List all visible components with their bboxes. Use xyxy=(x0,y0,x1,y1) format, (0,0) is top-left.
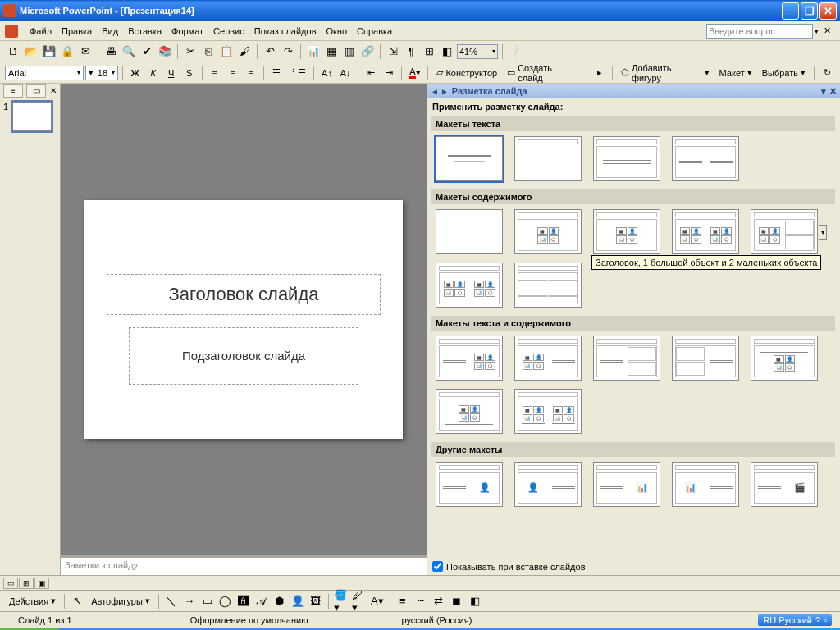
increase-indent-icon[interactable]: ⇥ xyxy=(381,65,397,81)
help-search[interactable] xyxy=(706,24,813,39)
slideshow-view-icon[interactable]: ▣ xyxy=(34,578,49,589)
menu-slideshow[interactable]: Показ слайдов xyxy=(249,25,322,38)
menu-tools[interactable]: Сервис xyxy=(208,25,249,38)
lang-restore-icon[interactable]: ▫ xyxy=(824,615,827,625)
layout-other-4[interactable]: 📊 xyxy=(672,462,739,507)
outline-tab[interactable]: ≡ xyxy=(3,84,23,98)
layout-gallery[interactable]: Макеты текста Макеты содержимого ▦👤📊⬠ ▦👤… xyxy=(427,115,840,558)
bold-button[interactable]: Ж xyxy=(127,65,144,81)
layout-other-2[interactable]: 👤 xyxy=(514,462,582,507)
close-tabs-icon[interactable]: ✕ xyxy=(50,86,57,95)
increase-font-icon[interactable]: A↑ xyxy=(318,65,336,81)
line-icon[interactable]: ＼ xyxy=(163,593,180,609)
subtitle-placeholder[interactable]: Подзаголовок слайда xyxy=(129,327,358,385)
select-button[interactable]: Выбрать ▾ xyxy=(758,65,810,81)
research-icon[interactable]: 📚 xyxy=(157,43,173,60)
slides-tab[interactable]: ▭ xyxy=(26,84,46,98)
spell-icon[interactable]: ✔ xyxy=(139,43,155,60)
layout-other-3[interactable]: 📊 xyxy=(593,462,660,507)
underline-button[interactable]: Ч xyxy=(163,65,180,81)
line-style-icon[interactable]: ≡ xyxy=(395,593,411,609)
layout-title-content[interactable]: ▦👤📊⬠ xyxy=(593,209,660,254)
layout-tc-3[interactable] xyxy=(593,336,660,381)
layout-tc-1[interactable]: ▦👤📊⬠ xyxy=(436,336,503,381)
layout-title-2col-text[interactable] xyxy=(672,136,739,181)
decrease-indent-icon[interactable]: ⇤ xyxy=(363,65,379,81)
more-buttons-icon[interactable]: ▸ xyxy=(591,65,608,81)
grid-icon[interactable]: ⊞ xyxy=(421,43,437,60)
clipart-icon[interactable]: 👤 xyxy=(290,593,306,609)
minimize-button[interactable]: _ xyxy=(782,2,799,20)
layout-title-slide[interactable] xyxy=(436,136,503,181)
layout-1big-2small[interactable]: ▦👤📊⬠▾ xyxy=(751,209,818,254)
menu-format[interactable]: Формат xyxy=(167,25,208,38)
color-grayscale-icon[interactable]: ◧ xyxy=(439,43,455,60)
menu-window[interactable]: Окно xyxy=(322,25,353,38)
picture-icon[interactable]: 🖼 xyxy=(308,593,324,609)
align-left-icon[interactable]: ≡ xyxy=(207,65,223,81)
textbox-icon[interactable]: 🅰 xyxy=(235,593,252,609)
shadow-button[interactable]: S xyxy=(181,65,198,81)
pane-dropdown-icon[interactable]: ▾ xyxy=(821,86,826,97)
layout-content[interactable]: ▦👤📊⬠ xyxy=(514,209,582,254)
layout-title-text[interactable] xyxy=(593,136,660,181)
sorter-view-icon[interactable]: ⊞ xyxy=(19,578,34,589)
expand-icon[interactable]: ⇲ xyxy=(385,43,401,60)
title-placeholder[interactable]: Заголовок слайда xyxy=(107,274,381,315)
bullets-icon[interactable]: ⋮☰ xyxy=(286,65,310,81)
notes-pane[interactable]: Заметки к слайду xyxy=(61,555,427,575)
format-painter-icon[interactable]: 🖌 xyxy=(236,43,253,60)
chart-icon[interactable]: 📊 xyxy=(305,43,322,60)
font-combo[interactable]: Arial▾ xyxy=(5,66,84,80)
italic-button[interactable]: К xyxy=(145,65,162,81)
hyperlink-icon[interactable]: 🔗 xyxy=(359,43,376,60)
layout-other-1[interactable]: 👤 xyxy=(436,462,503,507)
redo-action-icon[interactable]: ↻ xyxy=(819,65,835,81)
autoshapes-menu[interactable]: Автофигуры ▾ xyxy=(87,593,154,609)
redo-icon[interactable]: ↷ xyxy=(280,43,296,60)
line-color-icon[interactable]: 🖊▾ xyxy=(351,593,368,609)
show-on-insert-checkbox[interactable] xyxy=(432,561,443,572)
help-dropdown-icon[interactable]: ▾ xyxy=(815,27,819,35)
slide-thumbnail-1[interactable] xyxy=(12,102,52,131)
layout-2content[interactable]: ▦👤📊⬠▦👤📊⬠ xyxy=(672,209,739,254)
actions-menu[interactable]: Действия ▾ xyxy=(5,593,60,609)
shadow-style-icon[interactable]: ◼ xyxy=(449,593,465,609)
arrow-icon[interactable]: → xyxy=(181,593,198,609)
permission-icon[interactable]: 🔒 xyxy=(59,43,75,60)
layout-tc-4[interactable] xyxy=(672,336,739,381)
help-search-input[interactable] xyxy=(706,24,813,39)
align-right-icon[interactable]: ≡ xyxy=(243,65,259,81)
decrease-font-icon[interactable]: A↓ xyxy=(337,65,354,81)
restore-button[interactable]: ❐ xyxy=(801,2,818,20)
close-button[interactable]: ✕ xyxy=(819,2,837,20)
menu-edit[interactable]: Правка xyxy=(57,25,97,38)
font-color-draw-icon[interactable]: A▾ xyxy=(369,593,386,609)
tables-borders-icon[interactable]: ▥ xyxy=(341,43,358,60)
fill-color-icon[interactable]: 🪣▾ xyxy=(333,593,349,609)
oval-icon[interactable]: ◯ xyxy=(217,593,234,609)
layout-other-5[interactable]: 🎬 xyxy=(751,462,818,507)
select-tool-icon[interactable]: ↖ xyxy=(69,593,85,609)
layout-tc-6[interactable]: ▦👤📊⬠ xyxy=(436,389,503,434)
layout-4content[interactable]: ▦👤📊⬠▦👤📊⬠ xyxy=(436,262,503,308)
cut-icon[interactable]: ✂ xyxy=(182,43,199,60)
wordart-icon[interactable]: 𝒜 xyxy=(253,593,270,609)
normal-view-icon[interactable]: ▭ xyxy=(3,578,18,589)
layout-dropdown-icon[interactable]: ▾ xyxy=(819,225,827,240)
diagram-icon[interactable]: ⬢ xyxy=(272,593,288,609)
paste-icon[interactable]: 📋 xyxy=(218,43,235,60)
copy-icon[interactable]: ⎘ xyxy=(200,43,217,60)
email-icon[interactable]: ✉ xyxy=(77,43,94,60)
layout-4content-b[interactable] xyxy=(514,262,582,308)
new-icon[interactable]: 🗋 xyxy=(5,43,21,60)
layout-tc-5[interactable]: ▦👤📊⬠ xyxy=(751,336,818,381)
pane-back-icon[interactable]: ◄ xyxy=(431,87,439,96)
open-icon[interactable]: 📂 xyxy=(23,43,39,60)
arrow-style-icon[interactable]: ⇄ xyxy=(431,593,447,609)
table-icon[interactable]: ▦ xyxy=(323,43,340,60)
show-formatting-icon[interactable]: ¶ xyxy=(403,43,419,60)
layout-tc-2[interactable]: ▦👤📊⬠ xyxy=(514,336,582,381)
align-center-icon[interactable]: ≡ xyxy=(225,65,241,81)
dash-style-icon[interactable]: ┄ xyxy=(413,593,429,609)
